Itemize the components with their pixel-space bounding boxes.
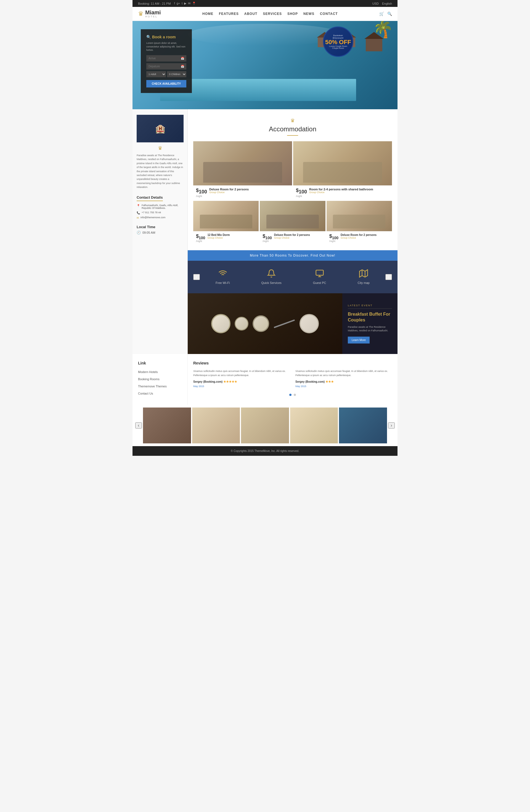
calendar-icon-depart: 📅 xyxy=(181,65,184,68)
services-label: Quick Services xyxy=(261,281,281,285)
facebook-icon[interactable]: f xyxy=(174,2,175,5)
find-out-banner[interactable]: More Than 50 Rooms To Discover. Find Out… xyxy=(188,250,398,261)
gallery-item-2[interactable] xyxy=(192,407,240,444)
list-item-modern-hotels[interactable]: Modern Hotels xyxy=(138,369,182,374)
list-item-booking[interactable]: Booking Rooms xyxy=(138,376,182,381)
room-card-3[interactable]: $100 /night 12 Bed Mix Dorm Group Choice xyxy=(193,201,259,245)
twitter-icon[interactable]: t xyxy=(182,2,183,5)
room-4-info: $100 /night Deluxe Room for 2 persons Gr… xyxy=(260,231,325,245)
local-time-display: 🕘 09:05 AM xyxy=(137,231,183,234)
search-icon[interactable]: 🔍 xyxy=(387,12,392,16)
plate-2 xyxy=(235,317,248,331)
contact-details-section: Contact Details 📍 Falhumaafushi, Gaafu, … xyxy=(137,195,183,219)
room-5-name: Deluxe Room for 2 persons xyxy=(341,233,376,236)
children-select[interactable]: 0 Children 1 Child xyxy=(167,71,187,77)
bed-decoration-4 xyxy=(267,215,319,229)
header: ♛ Miami HOTEL HOME FEATURES ABOUT SERVIC… xyxy=(132,7,398,21)
language-selector[interactable]: English xyxy=(382,2,392,5)
discount-room2: Couple Room xyxy=(332,47,344,49)
list-item-thememove[interactable]: Thememove Themes xyxy=(138,383,182,389)
nav-services[interactable]: SERVICES xyxy=(263,12,282,16)
contact-phone: +7 911 755 78 44 xyxy=(142,211,161,214)
arrive-input[interactable] xyxy=(148,57,181,60)
contact-phone-item: 📞 +7 911 755 78 44 xyxy=(137,211,183,214)
nav-shop[interactable]: SHOP xyxy=(287,12,298,16)
link-booking-rooms[interactable]: Booking Rooms xyxy=(138,377,160,381)
accommodation-section: ♛ Accommodation $100 /night xyxy=(188,109,398,250)
reviews-column: Reviews Vivamus sollicitudin metus quis … xyxy=(188,354,398,405)
plate-3 xyxy=(253,315,269,332)
accommodation-crown-icon: ♛ xyxy=(199,118,386,124)
amenities-prev-button[interactable]: ‹ xyxy=(193,274,200,280)
link-contact[interactable]: Contact Us xyxy=(138,392,153,395)
social-icons: f g+ t ▶ ✉ 📍 xyxy=(174,2,196,5)
gallery-next-button[interactable]: › xyxy=(388,422,395,429)
gallery-item-3[interactable] xyxy=(241,407,289,444)
room-4-image xyxy=(260,201,325,231)
fork-shape xyxy=(274,319,295,328)
logo-text-group: Miami HOTEL xyxy=(145,10,161,18)
youtube-icon[interactable]: ▶ xyxy=(184,2,186,5)
gplus-icon[interactable]: g+ xyxy=(177,2,180,5)
links-list: Modern Hotels Booking Rooms Thememove Th… xyxy=(138,369,182,396)
room-card-2[interactable]: $100 /night Room for 2-4 persons with sh… xyxy=(293,141,392,200)
nav-contact[interactable]: CONTACT xyxy=(320,12,338,16)
contact-email: info@thememove.com xyxy=(141,216,166,219)
amenity-pc: Guest PC xyxy=(313,269,326,285)
amenity-wifi: Free Wi-Fi xyxy=(216,269,230,285)
amenities-next-button[interactable]: › xyxy=(385,274,392,280)
event-title: Breakfast Buffet For Couples xyxy=(348,311,392,323)
top-bar-right: USD English xyxy=(372,2,392,5)
room-card-1[interactable]: $100 /night Deluxe Room for 2 persons Gr… xyxy=(193,141,292,200)
plate-4 xyxy=(300,314,319,333)
nav-news[interactable]: NEWS xyxy=(303,12,314,16)
local-time-title: Local Time xyxy=(137,225,183,229)
link-modern-hotels[interactable]: Modern Hotels xyxy=(138,370,158,374)
nav-about[interactable]: ABOUT xyxy=(244,12,258,16)
room-3-badge: Group Choice xyxy=(207,236,230,239)
adults-select[interactable]: 1 Adult 2 Adults xyxy=(146,71,166,77)
email-contact-icon: ✉ xyxy=(137,216,139,219)
room-card-5[interactable]: $100 /night Deluxe Room for 2 persons Gr… xyxy=(327,201,392,245)
event-info-panel: LATEST EVENT Breakfast Buffet For Couple… xyxy=(342,293,398,354)
list-item-contact[interactable]: Contact Us xyxy=(138,391,182,396)
nav-features[interactable]: FEATURES xyxy=(219,12,239,16)
logo[interactable]: ♛ Miami HOTEL xyxy=(138,10,161,18)
email-icon[interactable]: ✉ xyxy=(188,2,190,5)
room-2-info: $100 /night Room for 2-4 persons with sh… xyxy=(293,185,392,200)
room-1-badge: Group Choice xyxy=(209,191,249,194)
food-plates-display xyxy=(188,293,342,354)
nav-home[interactable]: HOME xyxy=(202,12,213,16)
dot-2[interactable] xyxy=(294,394,296,396)
header-actions: 🛒 🔍 xyxy=(379,12,392,16)
gallery-item-5[interactable] xyxy=(339,407,387,444)
book-room-desc: Lorem ipsum dolor sit amet, consectetur … xyxy=(146,41,186,52)
gallery-item-4[interactable] xyxy=(290,407,338,444)
per-night-2: /night xyxy=(296,195,307,198)
arrive-field-wrapper: 📅 xyxy=(146,55,186,61)
review-2-stars: ★★★ xyxy=(326,380,334,383)
gallery-prev-button[interactable]: ‹ xyxy=(135,422,142,429)
room-4-details: Deluxe Room for 2 persons Group Choice xyxy=(274,233,310,239)
contact-details-title: Contact Details xyxy=(137,195,163,201)
learn-more-button[interactable]: Learn More xyxy=(348,337,370,344)
discount-room1: Luxury Couple Room xyxy=(329,45,347,47)
dot-1[interactable] xyxy=(289,394,291,396)
currency-selector[interactable]: USD xyxy=(372,2,379,5)
depart-input[interactable] xyxy=(148,65,181,68)
review-1-text: Vivamus sollicitudin metus quis accumsan… xyxy=(193,369,290,377)
map-pin-icon[interactable]: 📍 xyxy=(192,2,196,5)
cart-icon[interactable]: 🛒 xyxy=(379,12,384,16)
amenity-services: Quick Services xyxy=(261,269,281,285)
check-availability-button[interactable]: Check availability xyxy=(146,80,186,87)
gallery-item-1[interactable] xyxy=(143,407,191,444)
monitor-icon xyxy=(315,269,324,278)
contact-address: Falhumaafushi, Gaafu, Alifu Atoll, Repub… xyxy=(142,204,183,209)
top-rooms-grid: $100 /night Deluxe Room for 2 persons Gr… xyxy=(193,141,392,200)
depart-field-wrapper: 📅 xyxy=(146,63,186,70)
room-4-badge: Group Choice xyxy=(274,236,310,239)
room-card-4[interactable]: $100 /night Deluxe Room for 2 persons Gr… xyxy=(260,201,325,245)
link-thememove[interactable]: Thememove Themes xyxy=(138,385,167,388)
links-title: Link xyxy=(138,361,182,365)
room-5-info: $100 /night Deluxe Room for 2 persons Gr… xyxy=(327,231,392,245)
